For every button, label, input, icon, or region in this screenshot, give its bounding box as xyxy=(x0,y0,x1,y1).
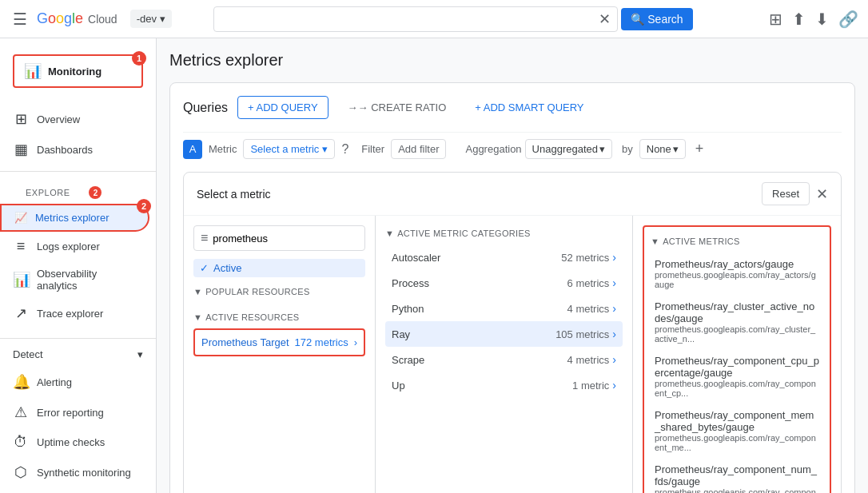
search-input[interactable] xyxy=(221,13,599,26)
topbar: ☰ Google Cloud -dev ✕ 🔍 Search ⊞ ⬆ ⬇ 🔗 xyxy=(0,0,868,38)
metric-item-path: prometheus.googleapis.com/ray_component_… xyxy=(655,487,819,493)
active-resources-section: ▼ ACTIVE RESOURCES Prometheus Target 172… xyxy=(193,306,365,360)
metrics-explorer-badge: 2 xyxy=(137,199,151,213)
category-item[interactable]: Ray105 metrics › xyxy=(385,321,623,347)
metric-item[interactable]: Prometheus/ray_component_cpu_percentage/… xyxy=(651,349,823,404)
metrics-collapse-icon: ▼ xyxy=(651,237,659,246)
add-smart-query-button[interactable]: + ADD SMART QUERY xyxy=(465,97,593,118)
error-icon: ⚠ xyxy=(13,404,29,421)
alerting-icon: 🔔 xyxy=(13,373,29,391)
project-selector[interactable]: -dev xyxy=(130,10,172,28)
reset-button[interactable]: Reset xyxy=(762,182,810,205)
download-icon[interactable]: ⬇ xyxy=(815,10,829,29)
metric-select[interactable]: Select a metric xyxy=(243,139,335,159)
none-select[interactable]: None xyxy=(639,139,686,159)
checkmark-icon: ✓ xyxy=(200,262,209,274)
sidebar-item-slos[interactable]: ◎ SLOs xyxy=(0,487,149,493)
category-item[interactable]: Python4 metrics › xyxy=(385,296,623,321)
clear-search-icon[interactable]: ✕ xyxy=(599,10,611,28)
search-icon: 🔍 xyxy=(631,13,644,26)
active-resources-header: ▼ ACTIVE RESOURCES xyxy=(193,309,365,325)
filter-label: Filter xyxy=(361,143,384,155)
sidebar-item-error-reporting[interactable]: ⚠ Error reporting xyxy=(0,397,149,427)
metric-list-panel: ▼ ACTIVE METRICS Prometheus/ray_actors/g… xyxy=(633,216,841,493)
sidebar-item-uptime[interactable]: ⏱ Uptime checks xyxy=(0,427,149,457)
metric-item-name: Prometheus/ray_actors/gauge xyxy=(655,258,819,270)
query-metric-label: Metric xyxy=(209,143,237,155)
uptime-icon: ⏱ xyxy=(13,434,29,451)
metric-search-panel: ≡ ✓ Active ▼ POPULAR RESOURCES xyxy=(184,216,376,493)
metrics-explorer-icon: 📈 xyxy=(14,212,27,224)
sidebar-item-label: Alerting xyxy=(37,376,72,388)
query-label-a: A xyxy=(183,140,202,159)
category-name: Ray xyxy=(392,328,410,340)
active-filter-toggle[interactable]: ✓ Active xyxy=(193,259,365,277)
topbar-logo: Google Cloud xyxy=(37,10,117,27)
trace-icon: ↗ xyxy=(13,304,29,322)
category-item[interactable]: Autoscaler52 metrics › xyxy=(385,245,623,270)
metric-item[interactable]: Prometheus/ray_actors/gaugeprometheus.go… xyxy=(651,252,823,295)
link-icon[interactable]: 🔗 xyxy=(838,10,858,29)
sidebar-monitoring-header[interactable]: 📊 Monitoring 1 xyxy=(13,54,143,88)
logs-icon: ≡ xyxy=(13,238,29,255)
by-label: by xyxy=(622,143,633,155)
add-filter-button[interactable]: Add filter xyxy=(391,139,446,159)
add-group-by-button[interactable]: + xyxy=(695,141,704,157)
sidebar-item-label: Observability analytics xyxy=(37,268,137,292)
metric-item[interactable]: Prometheus/ray_component_num_fds/gaugepr… xyxy=(651,458,823,493)
detect-label: Detect xyxy=(13,348,43,360)
sidebar-item-dashboards[interactable]: ▦ Dashboards xyxy=(0,134,149,165)
aggregation-select[interactable]: Unaggregated xyxy=(525,139,612,159)
collapse-icon-2: ▼ xyxy=(193,312,202,322)
search-button[interactable]: 🔍 Search xyxy=(621,8,692,30)
sidebar-item-synthetic[interactable]: ⬡ Synthetic monitoring xyxy=(0,457,149,487)
sidebar-item-observability[interactable]: 📊 Observability analytics xyxy=(0,261,149,298)
metric-item-name: Prometheus/ray_component_cpu_percentage/… xyxy=(655,355,819,379)
sidebar-item-metrics-explorer[interactable]: 📈 Metrics explorer 2 xyxy=(0,204,149,232)
category-count: 105 metrics › xyxy=(555,328,616,340)
create-ratio-button[interactable]: →→ CREATE RATIO xyxy=(338,97,456,118)
select-metric-title: Select a metric xyxy=(197,188,271,201)
grid-icon[interactable]: ⊞ xyxy=(769,10,782,29)
resource-name: Prometheus Target xyxy=(201,336,289,348)
sidebar-item-label: Overview xyxy=(37,113,80,125)
menu-icon[interactable]: ☰ xyxy=(10,6,30,32)
queries-header: Queries + ADD QUERY →→ CREATE RATIO + AD… xyxy=(183,96,842,119)
add-query-button[interactable]: + ADD QUERY xyxy=(237,96,328,119)
sidebar-item-logs[interactable]: ≡ Logs explorer xyxy=(0,232,149,261)
category-item[interactable]: Scrape4 metrics › xyxy=(385,347,623,372)
select-metric-body: ≡ ✓ Active ▼ POPULAR RESOURCES xyxy=(184,216,841,493)
project-dropdown-icon xyxy=(160,13,165,25)
metric-item[interactable]: Prometheus/ray_component_mem_shared_byte… xyxy=(651,404,823,458)
sidebar-item-overview[interactable]: ⊞ Overview xyxy=(0,104,149,134)
close-button[interactable]: ✕ xyxy=(816,182,828,205)
category-name: Up xyxy=(392,380,405,392)
categories-header: ▼ ACTIVE METRIC CATEGORIES xyxy=(385,225,623,245)
category-count: 4 metrics › xyxy=(567,353,616,366)
topbar-right: ⊞ ⬆ ⬇ 🔗 xyxy=(769,10,858,29)
metric-search-wrapper: ≡ xyxy=(193,225,365,251)
cloud-upload-icon[interactable]: ⬆ xyxy=(792,10,806,29)
metrics-list-header: ▼ ACTIVE METRICS xyxy=(651,233,823,252)
popular-resources-section: ▼ POPULAR RESOURCES xyxy=(193,277,365,306)
search-bar: ✕ 🔍 Search xyxy=(213,6,693,32)
metric-item-path: prometheus.googleapis.com/ray_cluster_ac… xyxy=(655,324,819,344)
sidebar-item-alerting[interactable]: 🔔 Alerting xyxy=(0,367,149,397)
metric-search-input[interactable] xyxy=(213,233,358,245)
detect-section-header[interactable]: Detect xyxy=(0,342,156,367)
prometheus-target-resource[interactable]: Prometheus Target 172 metrics › xyxy=(193,328,365,356)
category-name: Autoscaler xyxy=(392,252,440,264)
page-title: Metrics explorer xyxy=(169,51,855,70)
sidebar-item-trace[interactable]: ↗ Trace explorer xyxy=(0,298,149,328)
category-item[interactable]: Process6 metrics › xyxy=(385,270,623,296)
add-query-label: + ADD QUERY xyxy=(248,101,318,113)
metric-search-icon: ≡ xyxy=(201,231,208,245)
category-item[interactable]: Up1 metric › xyxy=(385,372,623,398)
project-name: -dev xyxy=(137,13,157,25)
metric-item-path: prometheus.googleapis.com/ray_component_… xyxy=(655,379,819,398)
metric-item-path: prometheus.googleapis.com/ray_component_… xyxy=(655,433,819,452)
help-icon[interactable]: ? xyxy=(341,142,348,157)
monitoring-badge: 1 xyxy=(132,51,146,66)
cloud-label: Cloud xyxy=(88,13,117,26)
metric-item[interactable]: Prometheus/ray_cluster_active_nodes/gaug… xyxy=(651,295,823,349)
